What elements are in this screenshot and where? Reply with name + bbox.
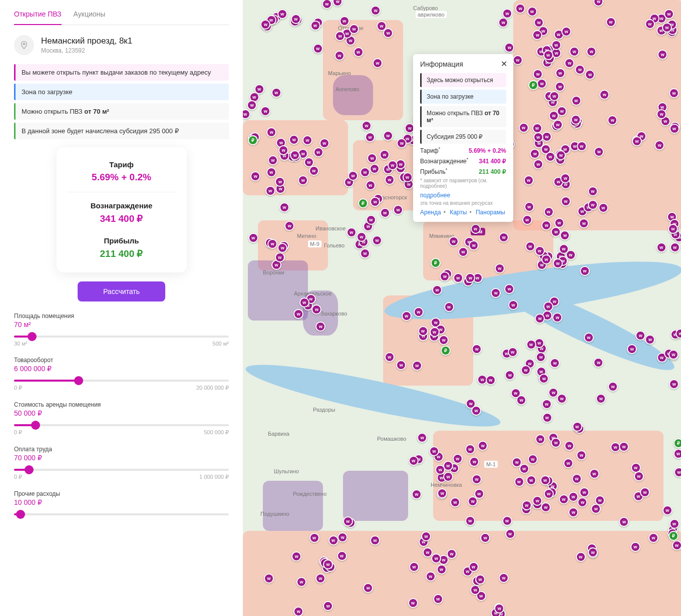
map-marker[interactable]	[486, 375, 496, 385]
map-marker[interactable]	[544, 207, 554, 217]
map-marker[interactable]	[291, 14, 301, 24]
map-marker[interactable]	[596, 394, 606, 404]
map-marker[interactable]	[576, 552, 586, 562]
map-marker[interactable]	[541, 254, 551, 264]
map-marker[interactable]	[370, 535, 380, 545]
map-marker[interactable]	[309, 533, 319, 543]
map-marker[interactable]	[522, 215, 532, 225]
map-marker[interactable]	[429, 446, 439, 456]
map-marker[interactable]	[337, 532, 348, 542]
map-marker[interactable]	[544, 489, 554, 499]
map-marker[interactable]	[542, 413, 552, 423]
map-marker[interactable]	[502, 9, 512, 19]
map-marker[interactable]	[248, 233, 258, 243]
map-marker[interactable]	[525, 241, 535, 251]
map-marker[interactable]	[418, 326, 428, 336]
map-marker[interactable]	[526, 340, 536, 350]
close-icon[interactable]: ✕	[501, 59, 507, 69]
map-marker[interactable]	[559, 244, 569, 254]
map-marker[interactable]	[266, 127, 276, 137]
map-marker[interactable]	[366, 215, 376, 225]
popup-link-rent[interactable]: Аренда	[420, 209, 441, 216]
map-marker[interactable]	[311, 304, 321, 315]
map-marker[interactable]	[437, 564, 447, 574]
map-marker[interactable]	[645, 19, 655, 29]
map-marker[interactable]	[319, 138, 329, 148]
map-marker[interactable]	[471, 224, 481, 234]
map-marker[interactable]	[584, 333, 594, 343]
slider-thumb[interactable]	[74, 376, 83, 385]
map-marker[interactable]	[360, 167, 370, 177]
map-marker[interactable]	[569, 47, 579, 57]
map-marker[interactable]	[469, 562, 479, 572]
slider-turnover[interactable]: Товарооборот 6 000 000 ₽ 0 ₽20 000 000 ₽	[14, 357, 229, 391]
map-marker[interactable]	[543, 301, 553, 312]
map-marker[interactable]	[450, 497, 460, 507]
map-marker[interactable]	[362, 121, 372, 131]
map-marker[interactable]	[542, 399, 552, 409]
popup-link-pano[interactable]: Панорамы	[476, 209, 505, 216]
map-marker[interactable]	[309, 166, 319, 176]
map-marker[interactable]	[669, 519, 679, 529]
map-marker[interactable]	[551, 40, 561, 50]
map-marker[interactable]	[669, 124, 679, 134]
tab-open-pvz[interactable]: Открытие ПВЗ	[14, 10, 62, 25]
map-marker[interactable]	[561, 27, 571, 37]
map-marker[interactable]	[453, 454, 463, 464]
map-marker[interactable]	[409, 456, 419, 466]
map-marker[interactable]	[524, 202, 534, 212]
map-marker[interactable]	[266, 167, 276, 177]
map-marker[interactable]	[468, 496, 478, 506]
map-marker[interactable]	[568, 492, 578, 502]
map-marker[interactable]	[577, 141, 587, 151]
map-marker[interactable]	[499, 573, 509, 583]
map-marker[interactable]	[470, 585, 480, 595]
map-marker[interactable]	[589, 469, 599, 479]
map-marker[interactable]	[437, 488, 447, 498]
calculate-button[interactable]: Рассчитать	[78, 281, 165, 301]
map-marker[interactable]	[365, 132, 375, 142]
map-marker[interactable]	[554, 218, 564, 228]
map-marker[interactable]	[277, 243, 287, 253]
map-marker[interactable]	[337, 551, 347, 561]
slider-area[interactable]: Площадь помещения 70 м² 30 м²500 м²	[14, 313, 229, 347]
map-marker[interactable]	[447, 549, 457, 559]
map-marker[interactable]	[632, 136, 642, 146]
map-marker[interactable]	[552, 313, 562, 323]
map-marker[interactable]	[608, 382, 618, 392]
map-marker[interactable]	[505, 529, 515, 539]
map-marker[interactable]	[475, 574, 485, 584]
map-marker[interactable]	[572, 474, 582, 484]
map-marker[interactable]	[431, 553, 441, 563]
map-marker[interactable]	[478, 441, 488, 451]
slider-thumb[interactable]	[25, 465, 34, 474]
map-marker[interactable]	[265, 186, 275, 196]
map-marker[interactable]	[533, 159, 543, 169]
map-marker[interactable]	[519, 464, 529, 474]
map-marker[interactable]	[383, 131, 393, 141]
map-marker[interactable]	[540, 475, 550, 485]
map-marker[interactable]	[357, 232, 367, 242]
map-marker[interactable]	[328, 535, 338, 545]
map-marker[interactable]	[366, 180, 376, 190]
map-marker-ruble[interactable]	[673, 438, 681, 448]
map-marker[interactable]	[370, 164, 380, 174]
map-marker[interactable]	[444, 302, 454, 312]
map-marker[interactable]	[535, 246, 545, 256]
tab-auctions[interactable]: Аукционы	[74, 10, 106, 25]
map-marker[interactable]	[409, 562, 419, 572]
map-marker[interactable]	[674, 467, 681, 477]
map-marker[interactable]	[472, 344, 482, 354]
map-marker[interactable]	[672, 540, 681, 550]
map-marker[interactable]	[634, 471, 644, 481]
map-marker[interactable]	[293, 309, 303, 319]
map-marker[interactable]	[669, 88, 679, 98]
map-marker-ruble[interactable]	[358, 198, 368, 208]
map-marker[interactable]	[524, 175, 534, 185]
map-marker[interactable]	[403, 172, 413, 182]
map-marker[interactable]	[541, 502, 551, 512]
map-marker-ruble[interactable]	[668, 531, 678, 541]
map-marker[interactable]	[619, 517, 629, 527]
map-marker[interactable]	[264, 573, 274, 583]
map-marker[interactable]	[402, 311, 412, 321]
